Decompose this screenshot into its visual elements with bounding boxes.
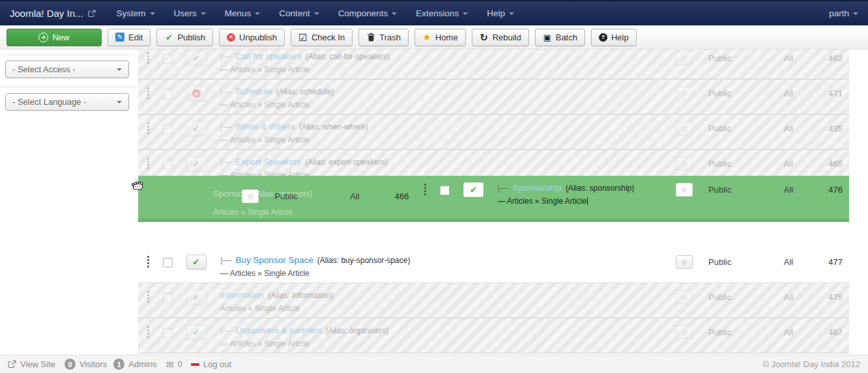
button-label: Home [435,33,458,42]
view-site-link[interactable]: View Site [20,359,55,369]
row-checkbox[interactable] [163,159,173,169]
published-status-button[interactable]: ✔ [186,121,207,136]
drag-handle-icon[interactable] [147,256,149,283]
help-button[interactable]: ?Help [591,29,637,46]
item-path: — Articles » Single Article [220,269,671,278]
row-checkbox[interactable] [163,89,173,99]
chevron-down-icon [201,12,206,15]
drag-handle-icon[interactable] [147,122,149,149]
check-in-button[interactable]: ☑Check In [291,29,353,46]
site-title-link[interactable]: Joomla! Day In... [10,8,96,19]
publish-button[interactable]: ✔Publish [156,29,213,46]
ghost-access: Public [263,182,335,225]
item-path: Articles » Single Article [220,304,671,313]
row-checkbox[interactable] [163,328,173,338]
ordering-cell [138,248,158,283]
item-title-link[interactable]: Expert-Speakers [235,157,301,167]
drop-gap [138,222,849,248]
menu-help[interactable]: Help [487,8,514,18]
tree-level-prefix: |— [220,255,231,265]
status-bar: View Site 0 Visitors 1 Admins ✉ 0 Log ou… [0,355,868,373]
set-home-button[interactable]: ☆ [676,157,693,171]
access-cell: Public [697,176,769,219]
drag-handle-icon[interactable] [147,52,149,79]
set-home-button[interactable]: ☆ [676,87,693,100]
batch-button[interactable]: ▣Batch [535,29,585,46]
menu-system[interactable]: System [117,8,155,18]
title-line: |—Sponsorship(Alias: sponsorship) [497,182,671,194]
title-cell: |—Sponsorship(Alias: sponsorship)— Artic… [492,176,671,219]
drag-handle-icon[interactable] [147,291,149,318]
list-item: Sponsors(Alias: sponsors)Articles » Sing… [138,176,849,222]
item-title-link[interactable]: Buy Sponsor Space [235,255,313,265]
home-button[interactable]: ★Home [414,29,466,46]
published-status-button[interactable]: ✔ [186,51,207,66]
set-home-button[interactable]: ☆ [676,51,693,65]
published-status-button[interactable]: ✔ [186,156,207,171]
filter-sidebar: - Select Access - - Select Language - [0,49,137,355]
drag-handle-icon[interactable] [147,326,149,353]
button-label: Publish [177,33,205,42]
set-home-button[interactable]: ☆ [676,290,693,304]
item-path: — Articles » Single Article [220,100,671,109]
logout-link[interactable]: Log out [203,359,231,369]
menu-components[interactable]: Components [338,8,398,18]
menu-content[interactable]: Content [279,8,319,18]
access-filter-select[interactable]: - Select Access - [5,61,129,78]
main-menu: SystemUsersMenusContentComponentsExtensi… [117,8,514,18]
language-cell: All [769,318,808,353]
language-filter-select[interactable]: - Select Language - [5,93,129,111]
trash-button[interactable]: Trash [358,29,409,46]
chevron-down-icon [314,12,319,15]
item-title-link[interactable]: Information [220,290,265,300]
unpublish-button[interactable]: ✕Unpublish [219,29,285,46]
menu-extensions[interactable]: Extensions [416,8,468,18]
set-home-button[interactable]: ☆ [676,183,693,197]
set-home-button[interactable]: ☆ [676,255,693,269]
language-cell: All [769,49,808,79]
set-home-button[interactable]: ☆ [676,325,693,339]
drag-handle-icon[interactable] [424,184,426,219]
tree-level-prefix: |— [220,87,231,96]
row-checkbox[interactable] [163,293,173,303]
rebuild-button[interactable]: ↻Rebuild [472,29,529,46]
row-checkbox[interactable] [163,54,173,64]
drag-handle-icon[interactable] [147,87,149,114]
edit-button[interactable]: ✎Edit [108,29,151,46]
set-home-button[interactable]: ☆ [676,122,693,135]
item-title-link[interactable]: Sponsorship [513,183,562,193]
item-title-link[interactable]: Call for speakers [235,51,301,61]
item-title-link[interactable]: When & Where [235,122,295,131]
published-status-button[interactable]: ✔ [463,182,484,197]
row-checkbox[interactable] [163,124,173,134]
ordering-cell [138,318,158,353]
item-alias: (Alias: buy-sponsor-space) [317,256,411,265]
title-line: |—Organisers & partners(Alias: organiser… [220,325,671,337]
status-cell: ✔ [454,176,492,219]
item-title-link[interactable]: Organisers & partners [235,325,321,335]
title-cell: Information(Alias: information)Articles … [215,283,671,318]
published-status-button[interactable]: ✔ [186,325,207,340]
checkin-checkbox-icon: ☑ [298,33,308,42]
row-checkbox[interactable] [163,258,173,268]
item-title-link[interactable]: Schedule [235,87,272,96]
published-status-button[interactable]: ✔ [186,255,207,269]
published-status-button[interactable]: ✔ [186,290,207,305]
new-button[interactable]: +New [7,29,102,46]
cross-icon: ✕ [192,89,201,98]
unpublish-cross-icon: ✕ [227,33,235,42]
item-path: — Articles » Single Article [220,135,671,145]
status-cell: ✔ [177,283,215,318]
unpublished-status-button[interactable]: ✕ [186,86,207,101]
menu-users[interactable]: Users [174,8,206,18]
row-checkbox[interactable] [440,186,450,195]
messages-icon[interactable]: ✉ [166,359,174,370]
ordering-cell [415,176,435,219]
tree-level-prefix: |— [220,51,231,61]
action-toolbar: +New✎Edit✔Publish✕Unpublish☑Check InTras… [0,25,868,49]
title-cell: |—Organisers & partners(Alias: organiser… [215,318,671,353]
language-cell: All [769,115,808,149]
user-menu-button[interactable]: parth [829,8,858,18]
menu-menus[interactable]: Menus [225,8,261,18]
home-cell: ☆ [671,248,697,283]
